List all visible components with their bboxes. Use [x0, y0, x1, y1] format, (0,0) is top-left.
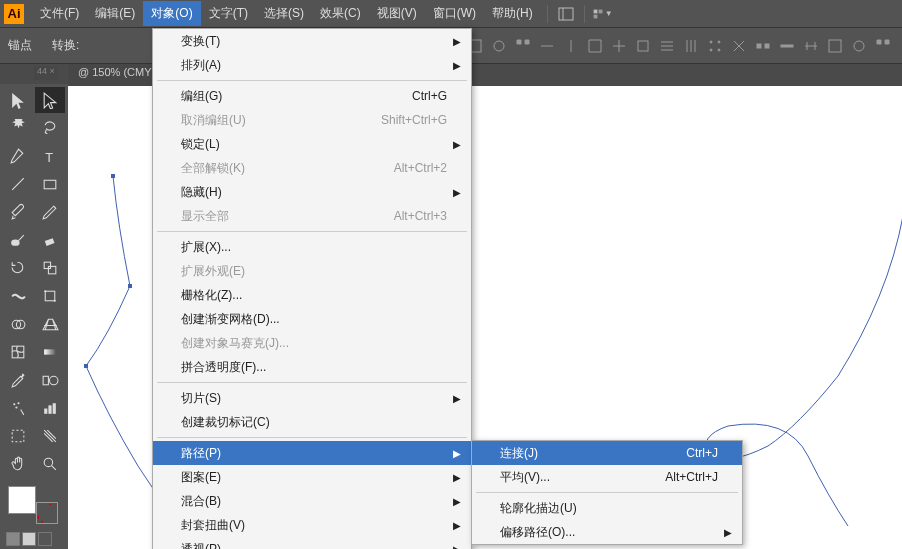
mesh-tool[interactable]: [3, 339, 33, 365]
option-icon-13[interactable]: [728, 35, 750, 57]
option-icon-10[interactable]: [656, 35, 678, 57]
option-icon-11[interactable]: [680, 35, 702, 57]
shortcut-label: Alt+Ctrl+3: [394, 209, 447, 223]
object-menu-item-23[interactable]: 封套扭曲(V)▶: [153, 513, 471, 537]
lasso-tool[interactable]: [35, 115, 65, 141]
line-tool[interactable]: [3, 171, 33, 197]
option-icon-19[interactable]: [872, 35, 894, 57]
perspective-grid-tool[interactable]: [35, 311, 65, 337]
option-icon-14[interactable]: [752, 35, 774, 57]
svg-rect-23: [44, 262, 50, 268]
fill-stroke-swatch[interactable]: [4, 482, 64, 526]
object-menu-item-22[interactable]: 混合(B)▶: [153, 489, 471, 513]
color-mode-box[interactable]: [38, 532, 52, 546]
svg-rect-4: [593, 14, 597, 18]
shape-builder-tool[interactable]: [3, 311, 33, 337]
object-menu-item-13[interactable]: 创建渐变网格(D)...: [153, 307, 471, 331]
paintbrush-tool[interactable]: [3, 199, 33, 225]
document-tab[interactable]: @ 150% (CMY: [68, 64, 162, 86]
option-icon-5[interactable]: [536, 35, 558, 57]
menu-item-8[interactable]: 帮助(H): [484, 1, 541, 26]
option-icon-15[interactable]: [776, 35, 798, 57]
path-submenu-item-0[interactable]: 连接(J)Ctrl+J: [472, 441, 742, 465]
blob-brush-tool[interactable]: [3, 227, 33, 253]
object-menu-item-12[interactable]: 栅格化(Z)...: [153, 283, 471, 307]
width-tool[interactable]: [3, 283, 33, 309]
menu-item-1[interactable]: 编辑(E): [87, 1, 143, 26]
option-icon-6[interactable]: [560, 35, 582, 57]
slice-tool[interactable]: [35, 423, 65, 449]
object-menu-item-21[interactable]: 图案(E)▶: [153, 465, 471, 489]
menu-item-6[interactable]: 视图(V): [369, 1, 425, 26]
option-icon-12[interactable]: [704, 35, 726, 57]
object-menu-item-20[interactable]: 路径(P)▶: [153, 441, 471, 465]
svg-line-19: [12, 178, 24, 190]
column-graph-tool[interactable]: [35, 395, 65, 421]
eraser-tool[interactable]: [35, 227, 65, 253]
option-icon-17[interactable]: [824, 35, 846, 57]
tab-handle[interactable]: 44 ×: [34, 66, 58, 80]
color-mode-box[interactable]: [6, 532, 20, 546]
type-tool[interactable]: T: [35, 143, 65, 169]
menubar: Ai 文件(F)编辑(E)对象(O)文字(T)选择(S)效果(C)视图(V)窗口…: [0, 0, 902, 28]
option-icon-7[interactable]: [584, 35, 606, 57]
object-menu-item-15[interactable]: 拼合透明度(F)...: [153, 355, 471, 379]
anchor-label: 锚点: [8, 37, 32, 54]
object-menu-item-3[interactable]: 编组(G)Ctrl+G: [153, 84, 471, 108]
option-icon-16[interactable]: [800, 35, 822, 57]
pen-tool[interactable]: [3, 143, 33, 169]
color-mode-box[interactable]: [22, 532, 36, 546]
selection-tool[interactable]: [3, 87, 33, 113]
menu-item-2[interactable]: 对象(O): [143, 1, 200, 26]
menu-item-3[interactable]: 文字(T): [201, 1, 256, 26]
blend-tool[interactable]: [35, 367, 65, 393]
object-menu-item-24[interactable]: 透视(P)▶: [153, 537, 471, 549]
svg-point-26: [44, 290, 46, 292]
free-transform-tool[interactable]: [35, 283, 65, 309]
option-icon-4[interactable]: [512, 35, 534, 57]
object-menu-separator: [157, 382, 467, 383]
menu-label: 路径(P): [181, 445, 221, 462]
shortcut-label: Alt+Ctrl+J: [665, 470, 718, 484]
menu-label: 连接(J): [500, 445, 538, 462]
gradient-tool[interactable]: [35, 339, 65, 365]
option-icon-9[interactable]: [632, 35, 654, 57]
option-icon-18[interactable]: [848, 35, 870, 57]
magic-wand-tool[interactable]: [3, 115, 33, 141]
object-menu-item-1[interactable]: 排列(A)▶: [153, 53, 471, 77]
path-submenu-item-4[interactable]: 偏移路径(O)...▶: [472, 520, 742, 544]
object-menu-item-17[interactable]: 切片(S)▶: [153, 386, 471, 410]
menu-item-0[interactable]: 文件(F): [32, 1, 87, 26]
svg-rect-24: [48, 266, 55, 273]
scale-tool[interactable]: [35, 255, 65, 281]
option-icon-8[interactable]: [608, 35, 630, 57]
pencil-tool[interactable]: [35, 199, 65, 225]
menu-label: 平均(V)...: [500, 469, 550, 486]
hand-tool[interactable]: [3, 451, 33, 477]
symbol-sprayer-tool[interactable]: [3, 395, 33, 421]
menu-item-7[interactable]: 窗口(W): [425, 1, 484, 26]
rotate-tool[interactable]: [3, 255, 33, 281]
artboard-tool[interactable]: [3, 423, 33, 449]
path-submenu-item-1[interactable]: 平均(V)...Alt+Ctrl+J: [472, 465, 742, 489]
object-menu-item-10[interactable]: 扩展(X)...: [153, 235, 471, 259]
zoom-tool[interactable]: [35, 451, 65, 477]
object-menu-item-0[interactable]: 变换(T)▶: [153, 29, 471, 53]
object-menu-item-7[interactable]: 隐藏(H)▶: [153, 180, 471, 204]
path-submenu-item-3[interactable]: 轮廓化描边(U): [472, 496, 742, 520]
rectangle-tool[interactable]: [35, 171, 65, 197]
submenu-arrow-icon: ▶: [453, 139, 461, 150]
menu-item-5[interactable]: 效果(C): [312, 1, 369, 26]
layout-icon[interactable]: [556, 4, 576, 24]
option-icon-3[interactable]: [488, 35, 510, 57]
svg-rect-3: [598, 9, 602, 13]
submenu-arrow-icon: ▶: [453, 544, 461, 550]
menu-label: 拼合透明度(F)...: [181, 359, 266, 376]
direct-selection-tool[interactable]: [35, 87, 65, 113]
object-menu-item-18[interactable]: 创建裁切标记(C): [153, 410, 471, 434]
arrange-icon[interactable]: ▼: [593, 4, 613, 24]
menu-label: 轮廓化描边(U): [500, 500, 577, 517]
eyedropper-tool[interactable]: [3, 367, 33, 393]
object-menu-item-5[interactable]: 锁定(L)▶: [153, 132, 471, 156]
menu-item-4[interactable]: 选择(S): [256, 1, 312, 26]
